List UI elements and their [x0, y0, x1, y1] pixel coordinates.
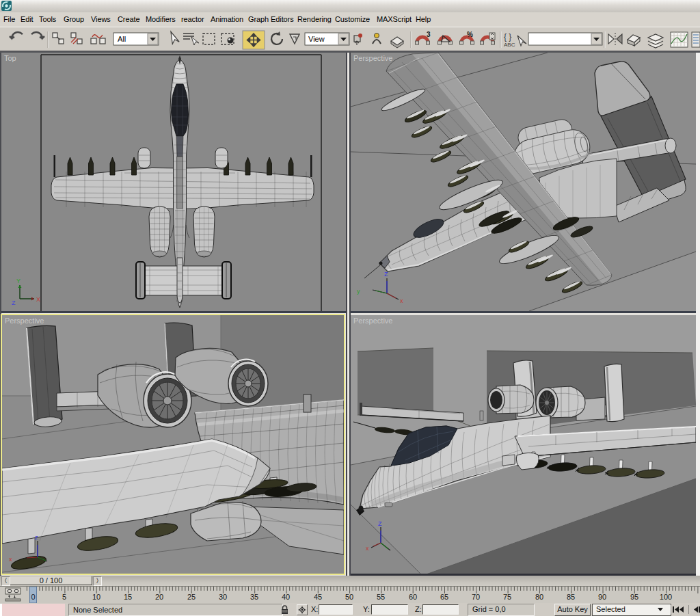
svg-text:5: 5	[62, 593, 66, 601]
svg-text:X: X	[36, 296, 40, 303]
svg-text:x: x	[9, 556, 12, 563]
svg-text:90: 90	[598, 593, 606, 601]
svg-text:Y: Y	[16, 278, 21, 284]
svg-text:3: 3	[427, 31, 431, 38]
svg-text:ABC: ABC	[504, 42, 515, 48]
svg-text:55: 55	[377, 593, 385, 601]
svg-text:Z: Z	[378, 520, 382, 527]
svg-text:0: 0	[31, 593, 35, 601]
svg-text:95: 95	[630, 593, 638, 601]
svg-text:70: 70	[472, 593, 480, 601]
svg-text:View: View	[308, 35, 325, 43]
svg-text:z: z	[35, 534, 38, 541]
svg-text:85: 85	[567, 593, 575, 601]
svg-text:Z: Z	[12, 299, 16, 306]
svg-text:15: 15	[124, 593, 132, 601]
svg-text:25: 25	[187, 593, 196, 601]
svg-text:x: x	[400, 297, 403, 304]
svg-text:60: 60	[409, 593, 417, 601]
svg-text:100: 100	[660, 593, 672, 601]
svg-text:Perspective: Perspective	[353, 54, 392, 62]
svg-text:Perspective: Perspective	[5, 317, 44, 325]
svg-text:Top: Top	[4, 54, 16, 62]
svg-text:40: 40	[282, 593, 290, 601]
svg-text:x: x	[366, 545, 369, 552]
svg-text:{ }: { }	[504, 32, 511, 42]
svg-text:80: 80	[535, 593, 543, 601]
svg-text:Perspective: Perspective	[353, 317, 392, 325]
svg-text:75: 75	[503, 593, 511, 601]
svg-text:y: y	[357, 288, 360, 295]
svg-text:%: %	[467, 31, 473, 38]
svg-text:30: 30	[219, 593, 227, 601]
svg-text:65: 65	[440, 593, 448, 601]
svg-text:50: 50	[345, 593, 353, 601]
svg-text:35: 35	[250, 593, 258, 601]
svg-text:10: 10	[92, 593, 100, 601]
svg-text:All: All	[118, 35, 126, 43]
svg-text:Z: Z	[384, 271, 388, 278]
svg-text:45: 45	[314, 593, 322, 601]
svg-text:20: 20	[155, 593, 163, 601]
